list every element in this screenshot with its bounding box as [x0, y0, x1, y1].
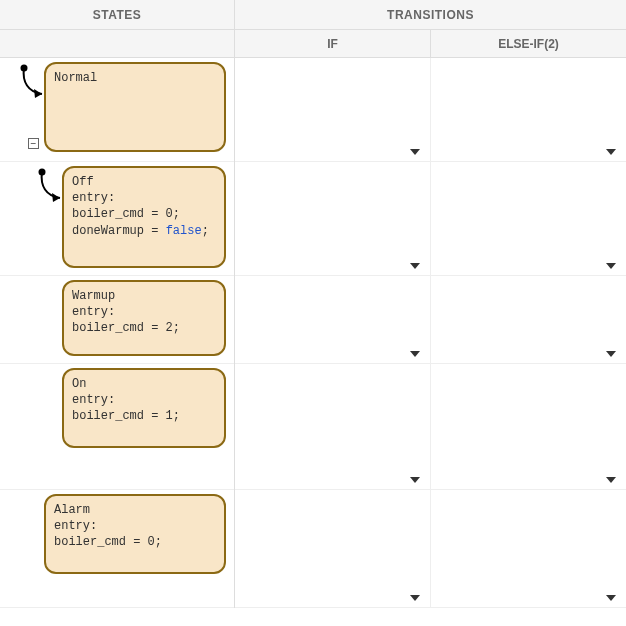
if-column-header: IF [235, 30, 431, 57]
default-transition-arrow-icon [18, 64, 48, 104]
state-code-line: doneWarmup = false; [72, 223, 216, 239]
state-box-off[interactable]: Offentry:boiler_cmd = 0;doneWarmup = fal… [62, 166, 226, 268]
transition-cell-if-alarm[interactable] [235, 490, 430, 608]
transition-cell-elseif-off[interactable] [431, 162, 626, 276]
keyword-false: false [166, 224, 202, 238]
state-code-line: On [72, 376, 216, 392]
state-row-alarm: Alarmentry:boiler_cmd = 0; [0, 490, 234, 608]
svg-marker-3 [52, 193, 60, 202]
chevron-down-icon[interactable] [606, 595, 616, 601]
state-box-warmup[interactable]: Warmupentry:boiler_cmd = 2; [62, 280, 226, 356]
chevron-down-icon[interactable] [606, 477, 616, 483]
chevron-down-icon[interactable] [410, 477, 420, 483]
chevron-down-icon[interactable] [410, 149, 420, 155]
state-code-line: boiler_cmd = 0; [54, 534, 216, 550]
code-text: ; [202, 224, 209, 238]
state-row-normal: Normal− [0, 58, 234, 162]
state-code-line: entry: [72, 190, 216, 206]
chevron-down-icon[interactable] [606, 149, 616, 155]
state-row-on: Onentry:boiler_cmd = 1; [0, 364, 234, 490]
state-box-normal[interactable]: Normal [44, 62, 226, 152]
collapse-toggle[interactable]: − [28, 138, 39, 149]
state-code-line: Warmup [72, 288, 216, 304]
transition-cell-elseif-on[interactable] [431, 364, 626, 490]
state-row-off: Offentry:boiler_cmd = 0;doneWarmup = fal… [0, 162, 234, 276]
state-code-line: boiler_cmd = 1; [72, 408, 216, 424]
state-box-on[interactable]: Onentry:boiler_cmd = 1; [62, 368, 226, 448]
transition-cell-elseif-normal[interactable] [431, 58, 626, 162]
state-code-line: Off [72, 174, 216, 190]
transition-cell-if-on[interactable] [235, 364, 430, 490]
code-text: doneWarmup = [72, 224, 166, 238]
svg-marker-1 [34, 89, 42, 98]
states-subheader [0, 30, 235, 57]
transition-cell-if-warmup[interactable] [235, 276, 430, 364]
transition-cell-elseif-warmup[interactable] [431, 276, 626, 364]
state-code-line: entry: [72, 304, 216, 320]
transitions-column-header: TRANSITIONS [235, 0, 626, 29]
state-code-line: boiler_cmd = 2; [72, 320, 216, 336]
chevron-down-icon[interactable] [606, 263, 616, 269]
state-row-warmup: Warmupentry:boiler_cmd = 2; [0, 276, 234, 364]
chevron-down-icon[interactable] [410, 595, 420, 601]
state-code-line: Normal [54, 70, 216, 86]
chevron-down-icon[interactable] [606, 351, 616, 357]
chevron-down-icon[interactable] [410, 351, 420, 357]
state-code-line: Alarm [54, 502, 216, 518]
state-box-alarm[interactable]: Alarmentry:boiler_cmd = 0; [44, 494, 226, 574]
transition-cell-if-off[interactable] [235, 162, 430, 276]
state-code-line: entry: [72, 392, 216, 408]
elseif-column-header: ELSE-IF(2) [431, 30, 626, 57]
default-transition-arrow-icon [36, 168, 66, 208]
chevron-down-icon[interactable] [410, 263, 420, 269]
transition-cell-if-normal[interactable] [235, 58, 430, 162]
state-code-line: boiler_cmd = 0; [72, 206, 216, 222]
transition-cell-elseif-alarm[interactable] [431, 490, 626, 608]
states-column-header: STATES [0, 0, 235, 29]
state-code-line: entry: [54, 518, 216, 534]
